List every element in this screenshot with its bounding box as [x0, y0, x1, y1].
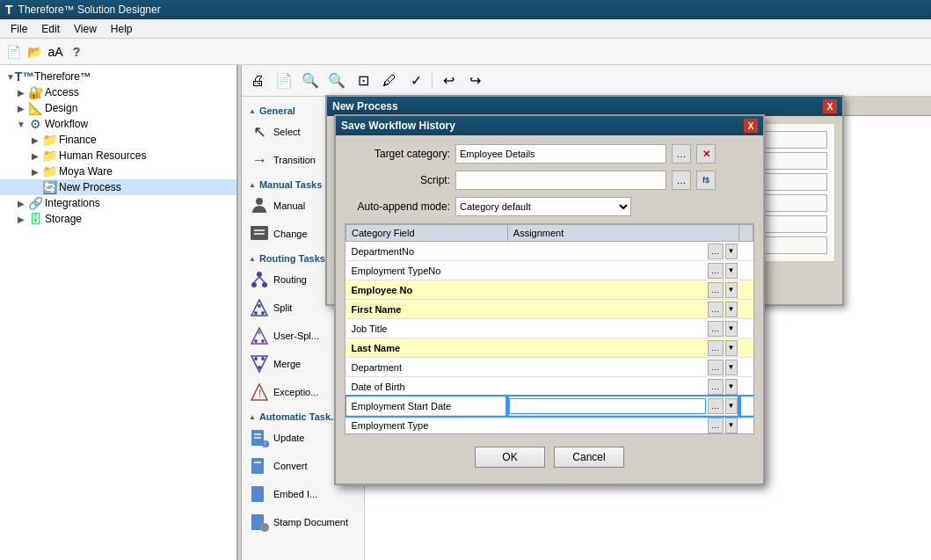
left-panel: ▼ T™ Therefore™ ▶ 🔐 Access ▶ 📐 Design ▼ …: [0, 65, 237, 560]
expander-moya[interactable]: ▶: [28, 167, 42, 177]
toolbar-help[interactable]: ?: [67, 42, 86, 62]
assignment-browse-btn[interactable]: …: [708, 263, 724, 279]
toolbar-open[interactable]: 📂: [25, 42, 44, 62]
rt-stamp[interactable]: 🖊: [377, 69, 402, 93]
tree-item-storage[interactable]: ▶ 🗄 Storage: [0, 211, 236, 227]
save-workflow-ok-btn[interactable]: OK: [475, 447, 545, 468]
task-stamp[interactable]: Stamp Document: [242, 508, 364, 536]
assignment-browse-btn[interactable]: …: [708, 418, 724, 433]
field-cell: Employment TypeNo: [346, 261, 508, 280]
table-row[interactable]: Employment TypeNo…▼: [346, 261, 753, 280]
table-row[interactable]: Employment Type…▼: [346, 416, 753, 435]
expander-access[interactable]: ▶: [14, 88, 28, 98]
rt-zoom-in[interactable]: 🔍: [298, 69, 323, 93]
toolbar-new[interactable]: 📄: [4, 42, 23, 62]
save-workflow-cancel-btn[interactable]: Cancel: [554, 447, 624, 468]
assignment-cell[interactable]: …▼: [507, 338, 738, 358]
target-category-input[interactable]: [455, 144, 666, 164]
table-row[interactable]: Date of Birth…▼: [346, 377, 753, 396]
expander-finance[interactable]: ▶: [28, 135, 42, 145]
table-row[interactable]: Department…▼: [346, 358, 753, 377]
assignment-input[interactable]: [509, 398, 705, 414]
table-row[interactable]: Employee No…▼: [346, 280, 753, 300]
script-browse-btn[interactable]: …: [672, 171, 691, 190]
assignment-dropdown-btn[interactable]: ▼: [725, 263, 738, 279]
assignment-input[interactable]: [509, 360, 705, 375]
target-category-browse-btn[interactable]: …: [672, 144, 691, 164]
expander-storage[interactable]: ▶: [14, 215, 28, 224]
rt-undo[interactable]: ↩: [436, 69, 461, 93]
assignment-input[interactable]: [509, 418, 705, 433]
expander-design[interactable]: ▶: [14, 104, 28, 113]
script-function-btn[interactable]: f$: [696, 171, 716, 190]
tree-item-hr[interactable]: ▶ 📁 Human Resources: [0, 148, 236, 164]
assignment-dropdown-btn[interactable]: ▼: [725, 321, 738, 337]
save-workflow-close-btn[interactable]: X: [744, 119, 758, 133]
assignment-input[interactable]: [509, 379, 705, 395]
table-row[interactable]: Last Name…▼: [346, 338, 753, 358]
assignment-browse-btn[interactable]: …: [708, 282, 724, 298]
assignment-cell[interactable]: …▼: [507, 358, 738, 377]
assignment-browse-btn[interactable]: …: [708, 379, 724, 395]
rt-check[interactable]: ✓: [404, 69, 428, 93]
rt-fit[interactable]: ⊡: [351, 69, 375, 93]
target-category-clear-btn[interactable]: ✕: [696, 144, 716, 164]
assignment-dropdown-btn[interactable]: ▼: [725, 340, 738, 356]
assignment-browse-btn[interactable]: …: [708, 340, 724, 356]
assignment-browse-btn[interactable]: …: [708, 321, 724, 337]
assignment-browse-btn[interactable]: …: [708, 398, 724, 414]
assignment-cell[interactable]: …▼: [507, 242, 738, 261]
expander-hr[interactable]: ▶: [28, 151, 42, 161]
assignment-cell[interactable]: …▼: [507, 319, 738, 338]
assignment-dropdown-btn[interactable]: ▼: [725, 244, 738, 259]
assignment-cell[interactable]: …▼: [507, 261, 738, 280]
rt-page[interactable]: 📄: [272, 69, 296, 93]
assignment-input[interactable]: [509, 321, 705, 337]
assignment-cell[interactable]: …▼: [507, 280, 738, 300]
assignment-dropdown-btn[interactable]: ▼: [725, 282, 738, 298]
table-row[interactable]: DepartmentNo…▼: [346, 242, 753, 261]
tree-item-therefore[interactable]: ▼ T™ Therefore™: [0, 69, 236, 84]
table-row[interactable]: First Name…▼: [346, 300, 753, 319]
expander-workflow[interactable]: ▼: [14, 120, 28, 129]
assignment-dropdown-btn[interactable]: ▼: [725, 379, 738, 395]
assignment-input[interactable]: [509, 263, 705, 279]
rt-print[interactable]: 🖨: [245, 69, 270, 93]
assignment-dropdown-btn[interactable]: ▼: [725, 418, 738, 433]
tree-item-workflow[interactable]: ▼ ⚙ Workflow: [0, 116, 236, 132]
assignment-browse-btn[interactable]: …: [708, 302, 724, 317]
menu-help[interactable]: Help: [104, 21, 140, 37]
assignment-browse-btn[interactable]: …: [708, 360, 724, 375]
assignment-cell[interactable]: …▼: [507, 300, 738, 319]
assignment-input[interactable]: [509, 282, 705, 298]
toolbar-text[interactable]: aA: [46, 42, 65, 62]
tree-item-design[interactable]: ▶ 📐 Design: [0, 100, 236, 116]
field-cell: Employment Start Date: [346, 396, 508, 416]
assignment-input[interactable]: [509, 340, 705, 356]
menu-file[interactable]: File: [4, 21, 34, 37]
new-process-close-btn[interactable]: X: [823, 99, 837, 113]
assignment-input[interactable]: [509, 302, 705, 317]
tree-item-integrations[interactable]: ▶ 🔗 Integrations: [0, 195, 236, 211]
table-row[interactable]: Job Title…▼: [346, 319, 753, 338]
assignment-cell[interactable]: …▼: [507, 396, 738, 416]
tree-item-moya[interactable]: ▶ 📁 Moya Ware: [0, 164, 236, 179]
menu-edit[interactable]: Edit: [34, 21, 67, 37]
script-input[interactable]: [455, 171, 666, 190]
assignment-dropdown-btn[interactable]: ▼: [725, 398, 738, 414]
tree-item-access[interactable]: ▶ 🔐 Access: [0, 84, 236, 100]
tree-item-finance[interactable]: ▶ 📁 Finance: [0, 132, 236, 148]
expander-integrations[interactable]: ▶: [14, 199, 28, 208]
assignment-cell[interactable]: …▼: [507, 377, 738, 396]
assignment-dropdown-btn[interactable]: ▼: [725, 302, 738, 317]
table-row[interactable]: Employment Start Date…▼: [346, 396, 753, 416]
tree-item-newprocess[interactable]: 🔄 New Process: [0, 179, 236, 195]
rt-zoom-out[interactable]: 🔍: [324, 69, 349, 93]
assignment-cell[interactable]: …▼: [507, 416, 738, 435]
menu-view[interactable]: View: [67, 21, 104, 37]
assignment-dropdown-btn[interactable]: ▼: [725, 360, 738, 375]
auto-append-select[interactable]: Category default Always append Never app…: [455, 197, 631, 216]
assignment-input[interactable]: [509, 244, 705, 259]
assignment-browse-btn[interactable]: …: [708, 244, 724, 259]
rt-redo[interactable]: ↪: [462, 69, 487, 93]
